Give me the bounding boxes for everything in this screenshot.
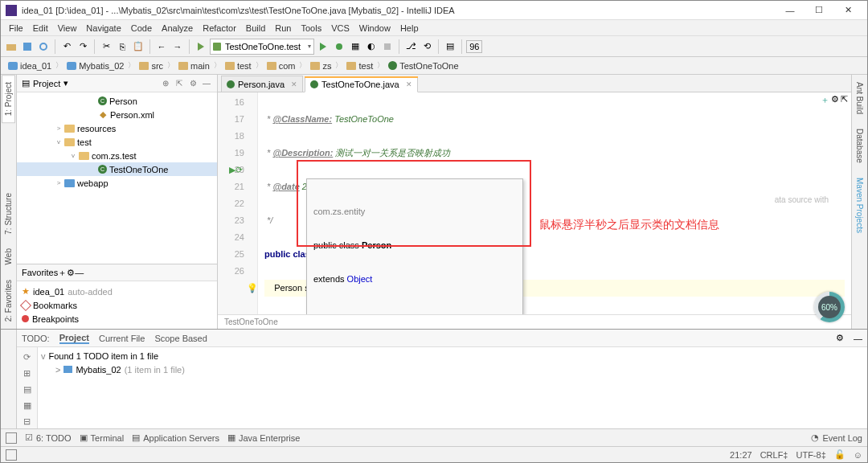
tab-ant[interactable]: Ant Build <box>853 75 866 121</box>
open-icon[interactable] <box>4 39 18 54</box>
save-icon[interactable] <box>20 39 35 54</box>
tab-person[interactable]: Person.java✕ <box>221 76 303 92</box>
file-encoding[interactable]: UTF-8‡ <box>796 450 825 460</box>
crumb-class[interactable]: TestOneToOne <box>386 60 461 72</box>
todo-hide-icon[interactable]: — <box>854 334 862 343</box>
coverage-icon[interactable]: ▦ <box>348 39 362 54</box>
lock-icon[interactable]: 🔓 <box>834 449 845 460</box>
bottom-javaee[interactable]: ▦ Java Enterprise <box>227 432 300 443</box>
crumb-test[interactable]: test <box>223 60 254 72</box>
stop-icon[interactable] <box>380 39 395 54</box>
crumb-zs[interactable]: zs <box>308 60 334 72</box>
paste-icon[interactable]: 📋 <box>131 39 145 54</box>
menu-build[interactable]: Build <box>241 22 270 35</box>
redo-icon[interactable]: ↷ <box>76 39 90 54</box>
run-config-combo[interactable]: TestOneToOne.test <box>210 39 314 55</box>
tree-node[interactable]: vtest <box>17 135 217 149</box>
tab-project[interactable]: 1: Project <box>2 75 15 123</box>
crumb-module[interactable]: Mybatis_02 <box>64 60 126 72</box>
gear-icon[interactable]: ⚙ <box>187 78 199 89</box>
tree-node[interactable]: CPerson <box>17 94 217 108</box>
hide-icon[interactable]: — <box>201 78 212 89</box>
tree-node[interactable]: ◆Person.xml <box>17 108 217 121</box>
fav-bookmarks[interactable]: Bookmarks <box>22 298 212 312</box>
run-gutter-icon[interactable]: ▶⟳ <box>229 162 243 178</box>
close-tab-icon[interactable]: ✕ <box>291 80 297 88</box>
refresh-icon[interactable] <box>36 39 51 54</box>
crumb-main[interactable]: main <box>176 60 212 72</box>
minimize-button[interactable]: — <box>776 2 805 18</box>
cut-icon[interactable]: ✂ <box>99 39 113 54</box>
tree-node[interactable]: >resources <box>17 121 217 135</box>
maximize-button[interactable]: ☐ <box>805 2 833 18</box>
caret-position[interactable]: 21:27 <box>730 450 752 460</box>
menu-navigate[interactable]: Navigate <box>81 22 125 35</box>
scroll-from-source-icon[interactable]: ⊕ <box>160 78 171 89</box>
menu-view[interactable]: View <box>53 22 82 35</box>
close-button[interactable]: ✕ <box>833 2 862 18</box>
editor-breadcrumb[interactable]: TestOneToOne <box>218 314 851 329</box>
menu-refactor[interactable]: Refactor <box>198 22 241 35</box>
collapse-icon[interactable]: ⇱ <box>174 78 185 89</box>
line-sep[interactable]: CRLF‡ <box>760 450 788 460</box>
copy-icon[interactable]: ⎘ <box>115 39 129 54</box>
profile-icon[interactable]: ◐ <box>364 39 379 54</box>
status-toggle-icon[interactable] <box>6 449 17 461</box>
back-icon[interactable]: ← <box>154 39 169 54</box>
undo-icon[interactable]: ↶ <box>59 39 74 54</box>
crumb-project[interactable]: idea_01 <box>6 60 54 72</box>
fav-breakpoints[interactable]: Breakpoints <box>22 312 212 326</box>
tab-maven[interactable]: Maven Projects <box>853 170 866 240</box>
crumb-testpkg[interactable]: test <box>344 60 375 72</box>
menu-code[interactable]: Code <box>126 22 157 35</box>
inspector-icon[interactable]: ☺ <box>854 450 862 460</box>
fav-gear-icon[interactable]: ⚙ <box>67 268 75 278</box>
tab-structure[interactable]: 7: Structure <box>2 186 15 242</box>
todo-tab-current[interactable]: Current File <box>99 334 145 343</box>
update-icon[interactable]: ⟲ <box>420 39 434 54</box>
todo-expand-icon[interactable]: ⊞ <box>21 367 34 379</box>
bottom-todo[interactable]: ☑ 6: TODO <box>25 432 72 443</box>
todo-refresh-icon[interactable]: ⟳ <box>21 350 34 363</box>
run-icon[interactable] <box>316 39 330 54</box>
tab-testonetoone[interactable]: TestOneToOne.java✕ <box>305 76 418 92</box>
tab-favorites[interactable]: 2: Favorites <box>2 272 15 329</box>
structure-icon[interactable]: ▤ <box>443 39 457 54</box>
tree-node[interactable]: CTestOneToOne <box>17 162 217 176</box>
todo-found-row[interactable]: v Found 1 TODO item in 1 file <box>41 349 864 363</box>
build-icon[interactable] <box>194 39 208 54</box>
toolwindow-toggle-icon[interactable] <box>6 432 17 444</box>
todo-nav-icon[interactable]: ⊟ <box>21 415 34 428</box>
menu-window[interactable]: Window <box>354 22 395 35</box>
bottom-terminal[interactable]: ▣ Terminal <box>80 432 125 443</box>
menu-vcs[interactable]: VCS <box>326 22 354 35</box>
menu-edit[interactable]: Edit <box>28 22 53 35</box>
crumb-com[interactable]: com <box>264 60 298 72</box>
debug-icon[interactable] <box>332 39 346 54</box>
forward-icon[interactable]: → <box>170 39 185 54</box>
menu-analyze[interactable]: Analyze <box>157 22 198 35</box>
tab-database[interactable]: Database <box>853 121 866 170</box>
crumb-src[interactable]: src <box>137 60 166 72</box>
tree-node[interactable]: vcom.zs.test <box>17 149 217 162</box>
todo-tab-project[interactable]: Project <box>59 333 89 344</box>
fav-add-icon[interactable]: ＋ <box>58 267 67 279</box>
menu-help[interactable]: Help <box>395 22 424 35</box>
todo-filter-icon[interactable]: ▤ <box>21 383 34 395</box>
menu-tools[interactable]: Tools <box>296 22 326 35</box>
bottom-appservers[interactable]: ▤ Application Servers <box>132 432 219 443</box>
todo-module-row[interactable]: >Mybatis_02 (1 item in 1 file) <box>41 363 864 376</box>
vcs-icon[interactable]: ⎇ <box>403 39 418 54</box>
tree-node[interactable]: >webapp <box>17 176 217 190</box>
tab-web[interactable]: Web <box>2 241 15 272</box>
todo-gear-icon[interactable]: ⚙ <box>836 333 844 343</box>
fav-hide-icon[interactable]: — <box>75 268 84 277</box>
todo-tab-scope[interactable]: Scope Based <box>154 334 207 343</box>
menu-file[interactable]: File <box>4 22 28 35</box>
project-panel-title[interactable]: ▤ Project ▾ <box>22 78 68 88</box>
close-tab-icon[interactable]: ✕ <box>406 80 412 88</box>
todo-group-icon[interactable]: ▦ <box>21 399 34 412</box>
code-content[interactable]: * @ClassName: TestOneToOne * @Descriptio… <box>258 92 851 314</box>
event-log[interactable]: ◔ Event Log <box>811 432 862 443</box>
fav-idea01[interactable]: ★idea_01 auto-added <box>22 285 212 298</box>
